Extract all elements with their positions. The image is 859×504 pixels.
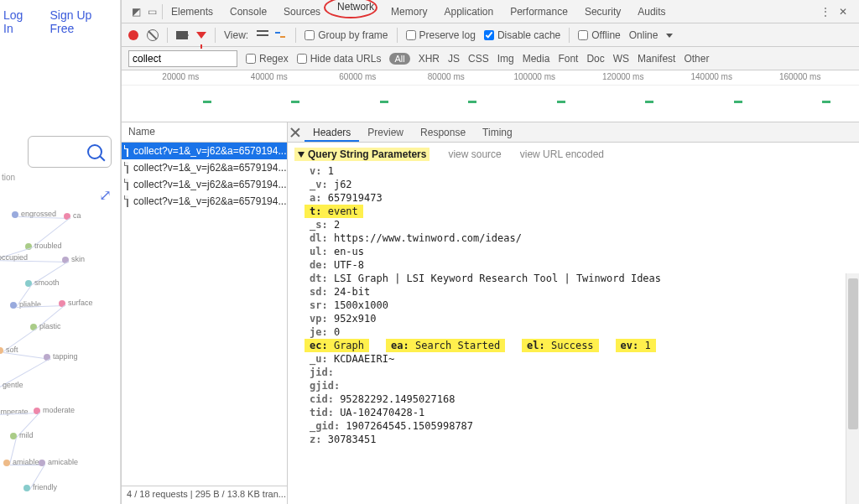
inspect-icon[interactable]: ◩ <box>132 6 141 18</box>
tab-performance[interactable]: Performance <box>502 0 576 23</box>
param-row: ea: Search Started <box>386 339 505 352</box>
view-label: View: <box>224 29 248 41</box>
graph-node[interactable]: ca <box>64 211 81 220</box>
filter-type-js[interactable]: JS <box>448 53 460 65</box>
filter-input[interactable] <box>128 50 237 67</box>
throttling-select[interactable]: Online <box>629 29 674 41</box>
tab-security[interactable]: Security <box>576 0 629 23</box>
disable-cache-checkbox[interactable]: Disable cache <box>484 29 560 41</box>
devtools-tabbar: ◩ ▭ ElementsConsoleSourcesNetworkMemoryA… <box>122 0 859 23</box>
filter-type-manifest[interactable]: Manifest <box>638 53 675 65</box>
timeline-tick: 40000 ms <box>251 72 288 81</box>
filter-type-ws[interactable]: WS <box>613 53 629 65</box>
request-row[interactable]: collect?v=1&_v=j62&a=6579194... <box>122 159 287 176</box>
filter-type-font[interactable]: Font <box>558 53 578 65</box>
overview-timeline[interactable]: 20000 ms40000 ms60000 ms80000 ms100000 m… <box>122 70 859 122</box>
underlying-page: Log In Sign Up Free tion ⤢ engrossedcatr… <box>0 0 121 504</box>
filter-type-css[interactable]: CSS <box>468 53 489 65</box>
timeline-mark <box>380 101 388 103</box>
filter-type-other[interactable]: Other <box>684 53 709 65</box>
group-by-frame-checkbox[interactable]: Group by frame <box>305 29 388 41</box>
tab-application[interactable]: Application <box>435 0 502 23</box>
hide-data-urls-checkbox[interactable]: Hide data URLs <box>297 53 382 65</box>
graph-node[interactable]: friendly <box>23 483 57 491</box>
param-row: a: 657919473 <box>288 191 859 205</box>
section-query-string[interactable]: Query String Parameters <box>294 148 430 161</box>
timeline-tick: 140000 ms <box>690 72 731 81</box>
record-button[interactable] <box>128 30 138 40</box>
request-list: Name collect?v=1&_v=j62&a=6579194...coll… <box>122 122 288 504</box>
expand-icon[interactable]: ⤢ <box>99 186 112 205</box>
search-input[interactable] <box>28 136 112 168</box>
preserve-log-checkbox[interactable]: Preserve log <box>406 29 476 41</box>
tab-elements[interactable]: Elements <box>163 0 221 23</box>
search-icon <box>87 144 102 159</box>
network-toolbar: View: Group by frame Preserve log Disabl… <box>122 23 859 47</box>
request-name: collect?v=1&_v=j62&a=6579194... <box>133 179 286 190</box>
graph-node[interactable]: troubled <box>25 242 62 250</box>
tab-sources[interactable]: Sources <box>275 0 329 23</box>
details-tab-timing[interactable]: Timing <box>474 123 521 142</box>
clear-button[interactable] <box>147 29 159 41</box>
tab-network[interactable]: Network <box>329 0 383 18</box>
file-icon <box>127 195 128 207</box>
regex-checkbox[interactable]: Regex <box>246 53 289 65</box>
param-row: sr: 1500x1000 <box>288 299 859 312</box>
login-link[interactable]: Log In <box>3 8 35 35</box>
graph-node[interactable]: mild <box>10 431 34 439</box>
filter-bar: Regex Hide data URLs All XHRJSCSSImgMedi… <box>122 47 859 70</box>
signup-link[interactable]: Sign Up Free <box>50 8 117 35</box>
word-graph: engrossedcatroubledoccupiedskinsmoothpli… <box>0 210 121 504</box>
param-row: _v: j62 <box>288 178 859 191</box>
param-row: cid: 95282292.1495027168 <box>288 392 859 406</box>
param-row: t: event <box>305 205 363 218</box>
timeline-mark <box>468 101 476 103</box>
param-row: tid: UA-102470428-1 <box>288 406 859 419</box>
param-row: dt: LSI Graph | LSI Keyword Research Too… <box>288 272 859 285</box>
filter-type-img[interactable]: Img <box>497 53 514 65</box>
timeline-tick: 100000 ms <box>513 72 554 81</box>
filter-type-media[interactable]: Media <box>523 53 550 65</box>
param-row: z: 30783451 <box>288 433 859 446</box>
file-icon <box>127 179 128 190</box>
graph-node[interactable]: gentle <box>0 381 23 389</box>
view-url-encoded-link[interactable]: view URL encoded <box>520 148 604 160</box>
graph-node[interactable]: temperate <box>0 408 29 416</box>
timeline-tick: 20000 ms <box>162 72 199 81</box>
screenshot-icon[interactable] <box>176 31 188 39</box>
param-row: ec: Graph <box>305 339 369 352</box>
close-details-icon[interactable] <box>289 127 301 138</box>
request-row[interactable]: collect?v=1&_v=j62&a=6579194... <box>122 193 287 210</box>
timeline-mark <box>734 101 742 103</box>
tab-memory[interactable]: Memory <box>383 0 435 23</box>
filter-type-xhr[interactable]: XHR <box>419 53 440 65</box>
more-icon[interactable]: ⋮ <box>820 6 830 18</box>
tab-console[interactable]: Console <box>221 0 275 23</box>
request-row[interactable]: collect?v=1&_v=j62&a=6579194... <box>122 143 287 159</box>
tab-audits[interactable]: Audits <box>629 0 674 23</box>
request-name: collect?v=1&_v=j62&a=6579194... <box>133 145 286 157</box>
details-tab-preview[interactable]: Preview <box>359 123 412 142</box>
status-bar: 4 / 18 requests | 295 B / 13.8 KB tran..… <box>122 486 287 504</box>
param-row: ul: en-us <box>288 245 859 258</box>
request-row[interactable]: collect?v=1&_v=j62&a=6579194... <box>122 176 287 193</box>
details-tab-response[interactable]: Response <box>412 123 474 142</box>
waterfall-icon[interactable] <box>275 30 287 40</box>
filter-type-doc[interactable]: Doc <box>586 53 604 65</box>
view-source-link[interactable]: view source <box>448 148 501 160</box>
param-row: ev: 1 <box>616 339 656 352</box>
large-rows-icon[interactable] <box>257 30 268 39</box>
filter-type-all[interactable]: All <box>389 53 409 65</box>
column-header-name[interactable]: Name <box>122 122 287 143</box>
param-row: _gid: 1907264545.1505998787 <box>288 419 859 433</box>
close-devtools-icon[interactable]: ✕ <box>839 6 847 18</box>
request-name: collect?v=1&_v=j62&a=6579194... <box>133 162 286 174</box>
vertical-scrollbar[interactable] <box>846 273 859 504</box>
device-icon[interactable]: ▭ <box>148 6 157 18</box>
offline-checkbox[interactable]: Offline <box>578 29 620 41</box>
timeline-mark <box>645 101 653 103</box>
filter-icon[interactable] <box>196 32 206 39</box>
devtools-panel: ◩ ▭ ElementsConsoleSourcesNetworkMemoryA… <box>121 0 859 504</box>
caption-text: tion <box>2 173 120 182</box>
details-tab-headers[interactable]: Headers <box>305 123 359 142</box>
